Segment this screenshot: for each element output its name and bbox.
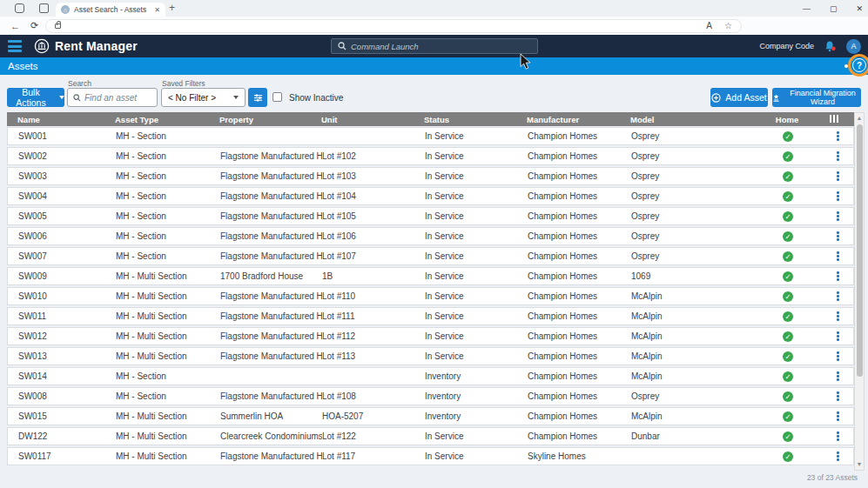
column-header-home[interactable]: Home <box>752 115 822 124</box>
scroll-down-icon[interactable]: ▼ <box>855 459 864 470</box>
row-menu-icon[interactable] <box>823 371 853 381</box>
vertical-scrollbar[interactable]: ▲ ▼ <box>854 112 865 471</box>
cell-name: SW002 <box>18 151 116 161</box>
table-row[interactable]: SW0117MH - Multi SectionFlagstone Manufa… <box>7 447 854 465</box>
site-favicon-icon: ⌂ <box>61 5 70 14</box>
row-menu-icon[interactable] <box>823 431 853 441</box>
read-aloud-icon[interactable]: A <box>706 21 712 30</box>
help-icon[interactable]: ? <box>852 58 866 72</box>
table-row[interactable]: SW003MH - SectionFlagstone Manufactured … <box>7 167 854 185</box>
minimize-button[interactable]: — <box>803 4 811 13</box>
financial-migration-wizard-button[interactable]: Financial Migration Wizard <box>772 88 861 107</box>
column-header-model[interactable]: Model <box>630 115 752 124</box>
lock-icon[interactable] <box>55 23 61 29</box>
column-header-status[interactable]: Status <box>424 115 527 124</box>
row-menu-icon[interactable] <box>823 151 853 161</box>
wizard-icon <box>772 93 780 103</box>
row-menu-icon[interactable] <box>823 251 853 261</box>
url-field[interactable]: A ☆ <box>45 19 742 33</box>
bulk-actions-button[interactable]: Bulk Actions <box>7 88 64 107</box>
page-bar: Assets <box>0 57 868 75</box>
row-menu-icon[interactable] <box>823 451 853 461</box>
cell-home: ✓ <box>753 451 823 462</box>
cell-status: In Service <box>425 291 528 301</box>
show-inactive-checkbox[interactable] <box>273 92 282 102</box>
row-menu-icon[interactable] <box>823 231 853 241</box>
table-row[interactable]: SW001MH - SectionIn ServiceChampion Home… <box>7 127 854 145</box>
avatar[interactable]: A <box>846 39 861 54</box>
row-menu-icon[interactable] <box>823 191 853 201</box>
cell-home: ✓ <box>753 291 823 302</box>
table-row[interactable]: DW122MH - Multi SectionClearcreek Condom… <box>7 427 854 445</box>
table-row[interactable]: SW002MH - SectionFlagstone Manufactured … <box>7 147 854 165</box>
row-menu-icon[interactable] <box>823 311 853 321</box>
table-row[interactable]: SW004MH - SectionFlagstone Manufactured … <box>7 187 854 205</box>
favorite-icon[interactable]: ☆ <box>724 21 732 30</box>
column-header-unit[interactable]: Unit <box>321 115 424 124</box>
workspaces-icon[interactable] <box>15 3 24 13</box>
table-row[interactable]: SW008MH - SectionFlagstone Manufactured … <box>7 387 854 405</box>
table-row[interactable]: SW006MH - SectionFlagstone Manufactured … <box>7 227 854 245</box>
cell-model: Osprey <box>631 171 753 181</box>
row-menu-icon[interactable] <box>823 171 853 181</box>
row-menu-icon[interactable] <box>823 411 853 421</box>
add-asset-button[interactable]: Add Asset <box>710 88 768 107</box>
cell-unit: Lot #108 <box>322 391 425 401</box>
table-row[interactable]: SW012MH - Multi SectionFlagstone Manufac… <box>7 327 854 345</box>
command-launch-input[interactable] <box>351 42 516 51</box>
table-row[interactable]: SW010MH - Multi SectionFlagstone Manufac… <box>7 287 854 305</box>
back-icon[interactable]: ← <box>10 21 20 31</box>
cell-type: MH - Section <box>116 371 220 381</box>
cell-manufacturer: Champion Homes <box>528 331 631 341</box>
command-launch[interactable] <box>331 38 538 54</box>
asset-search-field[interactable] <box>67 88 158 107</box>
chevron-down-icon <box>233 96 239 99</box>
column-header-asset-type[interactable]: Asset Type <box>115 115 219 124</box>
row-menu-icon[interactable] <box>823 211 853 221</box>
cell-manufacturer: Champion Homes <box>528 191 631 201</box>
company-code-label[interactable]: Company Code <box>759 42 814 50</box>
table-row[interactable]: SW014MH - SectionInventoryChampion Homes… <box>7 367 854 385</box>
table-row[interactable]: SW009MH - Multi Section1700 Bradford Hou… <box>7 267 854 285</box>
cell-name: DW122 <box>18 431 116 441</box>
browser-tab[interactable]: ⌂ Asset Search - Assets ✕ <box>56 3 165 17</box>
cell-model: Dunbar <box>631 431 753 441</box>
notifications-bell-icon[interactable] <box>824 40 836 52</box>
scroll-up-icon[interactable]: ▲ <box>855 113 864 124</box>
cell-name: SW0117 <box>18 451 116 461</box>
table-row[interactable]: SW005MH - SectionFlagstone Manufactured … <box>7 207 854 225</box>
scrollbar-thumb[interactable] <box>857 124 863 377</box>
table-row[interactable]: SW011MH - Multi SectionFlagstone Manufac… <box>7 307 854 325</box>
cell-type: MH - Section <box>116 211 220 221</box>
table-row[interactable]: SW007MH - SectionFlagstone Manufactured … <box>7 247 854 265</box>
cell-property: Flagstone Manufactured Housing <box>220 251 322 261</box>
saved-filters-label: Saved Filters <box>162 79 205 88</box>
row-menu-icon[interactable] <box>823 131 853 141</box>
asset-search-input[interactable] <box>84 93 154 103</box>
tab-close-icon[interactable]: ✕ <box>154 6 160 14</box>
hamburger-menu-icon[interactable] <box>8 40 22 52</box>
row-menu-icon[interactable] <box>823 291 853 301</box>
filter-settings-button[interactable] <box>248 88 267 107</box>
bulk-actions-label: Bulk Actions <box>7 87 55 108</box>
column-header-name[interactable]: Name <box>17 115 115 124</box>
saved-filters-select[interactable]: < No Filter > <box>161 88 246 107</box>
column-chooser-icon[interactable] <box>830 115 839 123</box>
row-menu-icon[interactable] <box>823 331 853 341</box>
row-menu-icon[interactable] <box>823 271 853 281</box>
column-header-property[interactable]: Property <box>219 115 321 124</box>
column-header-manufacturer[interactable]: Manufacturer <box>527 115 630 124</box>
table-row[interactable]: SW015MH - Multi SectionSummerlin HOAHOA-… <box>7 407 854 425</box>
cell-status: Inventory <box>425 371 528 381</box>
row-menu-icon[interactable] <box>823 391 853 401</box>
maximize-button[interactable]: ▢ <box>830 4 838 13</box>
row-menu-icon[interactable] <box>823 351 853 361</box>
home-check-icon: ✓ <box>783 371 793 382</box>
cell-home: ✓ <box>753 131 823 142</box>
new-tab-button[interactable]: + <box>169 2 175 14</box>
refresh-icon[interactable]: ⟳ <box>30 20 38 31</box>
tab-actions-icon[interactable] <box>39 3 49 13</box>
cell-name: SW012 <box>18 331 116 341</box>
close-button[interactable]: ✕ <box>856 4 863 13</box>
table-row[interactable]: SW013MH - Multi SectionFlagstone Manufac… <box>7 347 854 365</box>
